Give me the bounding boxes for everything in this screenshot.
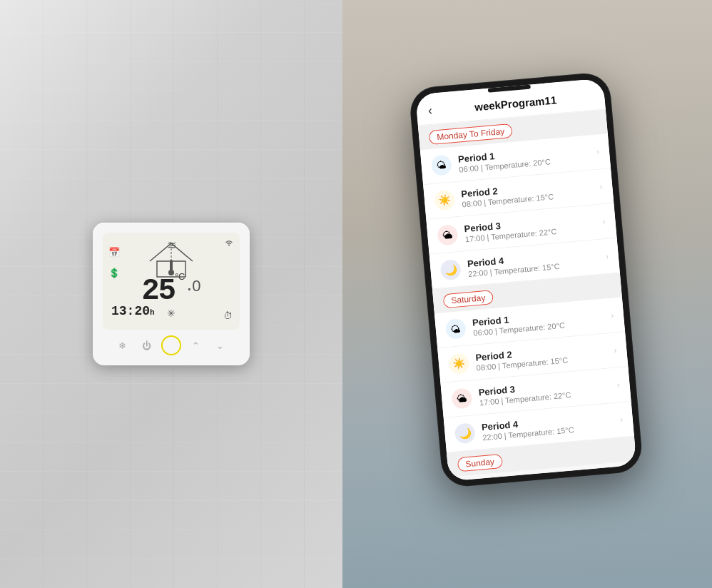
period-2-day-icon: ☀️ [434,189,455,211]
period-2-info: Period 2 08:00 | Temperature: 15°C [461,177,601,209]
phone-device: ‹ weekProgram11 Monday To Friday 🌤 Pe [409,72,643,487]
sat-period-3-info: Period 3 17:00 | Temperature: 22°C [478,375,618,407]
sat-period-4-icon: 🌙 [454,422,476,444]
period-1-info: Period 1 06:00 | Temperature: 20°C [458,142,598,174]
saturday-label: Saturday [443,290,494,308]
thermostat-buttons: ❄ ⏻ ⌃ ⌄ [103,335,240,355]
sunday-label: Sunday [457,454,503,472]
period-3-info: Period 3 17:00 | Temperature: 22°C [464,211,604,243]
sun-cloud-icon: 🌤 [450,323,461,335]
right-panel: ‹ weekProgram11 Monday To Friday 🌤 Pe [342,0,712,588]
time-display: 13:20h [111,304,155,318]
moon-icon: 🌙 [444,264,457,276]
sat-period-2-info: Period 2 08:00 | Temperature: 15°C [475,340,615,372]
schedule-icon: 📅 [108,247,120,258]
chevron-right-icon: › [599,181,603,191]
sat-period-4-info: Period 4 22:00 | Temperature: 15°C [481,410,621,442]
app-content[interactable]: Monday To Friday 🌤 Period 1 06:00 | Temp… [418,109,637,481]
sat-period-2-icon: ☀️ [448,353,469,375]
cloud-sun-icon: 🌥 [457,392,467,405]
period-3-evening-icon: 🌥 [437,224,458,245]
sun-cloud-icon: 🌤 [436,159,447,171]
period-1-morning-icon: 🌤 [431,155,452,176]
up-button[interactable]: ⌃ [185,335,205,355]
sat-period-1-info: Period 1 06:00 | Temperature: 20°C [472,305,612,338]
chevron-right-icon: › [605,251,609,261]
power-icon: ⏻ [142,340,151,351]
thermostat-screen: ≋ 📅 💲 [103,233,240,330]
time-suffix: h [150,308,155,317]
sat-period-3-icon: 🌥 [451,387,472,409]
clock-icon: ⏱ [223,310,233,321]
cloud-sun-icon: 🌥 [442,229,453,241]
period-4-info: Period 4 22:00 | Temperature: 15°C [467,246,606,278]
back-button[interactable]: ‹ [427,103,433,118]
chevron-right-icon: › [614,345,617,355]
thermostat-device: ≋ 📅 💲 [93,223,250,365]
chevron-right-icon: › [596,146,599,156]
left-panel: ≋ 📅 💲 [0,0,342,588]
power-button[interactable]: ⏻ [137,335,157,355]
phone-container: ‹ weekProgram11 Monday To Friday 🌤 Pe [409,72,643,487]
snowflake-button[interactable]: ❄ [112,335,132,355]
eco-icon: 💲 [108,268,120,278]
circle-button[interactable] [161,335,181,355]
snowflake-icon: ❄ [118,340,126,351]
chevron-right-icon: › [616,380,620,390]
down-button[interactable]: ⌄ [210,335,230,355]
phone-screen: ‹ weekProgram11 Monday To Friday 🌤 Pe [415,78,636,482]
monday-friday-label: Monday To Friday [429,123,513,145]
chevron-down-icon: ⌄ [216,340,224,351]
chevron-up-icon: ⌃ [192,340,200,351]
mode-icon: ✳ [167,307,176,320]
time-value: 13:20 [111,304,150,318]
period-4-night-icon: 🌙 [439,259,461,280]
svg-rect-3 [170,260,173,273]
moon-icon: 🌙 [459,427,472,440]
wifi-icon [224,238,234,248]
sat-period-1-icon: 🌤 [445,318,467,340]
chevron-right-icon: › [619,415,623,425]
sun-icon: ☀️ [452,358,465,370]
chevron-right-icon: › [602,216,606,226]
house-icon [146,240,196,282]
sun-icon: ☀️ [438,194,451,206]
bottom-icons: ⏱ [223,310,233,321]
chevron-right-icon: › [610,310,614,320]
side-icons: 📅 💲 [108,247,120,278]
